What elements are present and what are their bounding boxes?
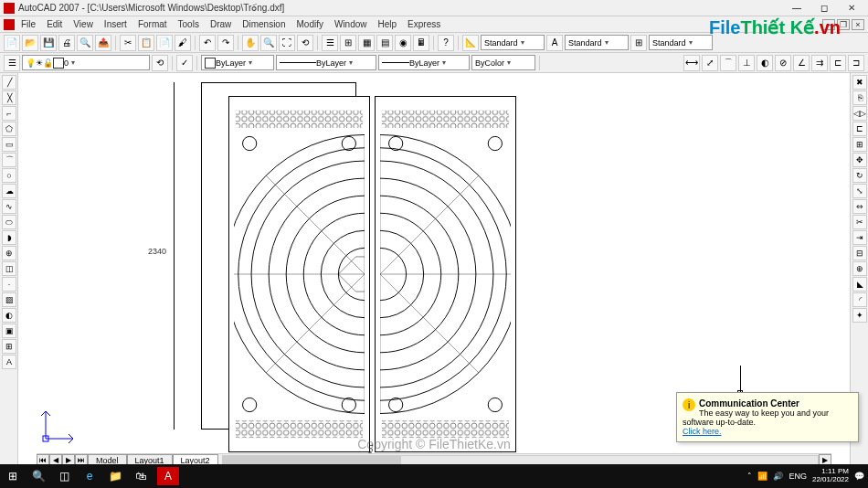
- menu-edit[interactable]: Edit: [42, 18, 67, 30]
- lineweight-combo[interactable]: ByLayer: [378, 55, 470, 70]
- open-button[interactable]: 📂: [22, 35, 38, 51]
- break-tool[interactable]: ⊟: [852, 246, 867, 260]
- menu-dimension[interactable]: Dimension: [238, 18, 290, 30]
- explorer-icon[interactable]: 📁: [106, 467, 124, 485]
- autocad-task-icon[interactable]: A: [157, 467, 179, 485]
- make-current-button[interactable]: ✓: [176, 55, 193, 71]
- plot-button[interactable]: 🖨: [58, 35, 75, 51]
- table-style-combo[interactable]: Standard: [649, 35, 713, 50]
- ellipse-arc-tool[interactable]: ◗: [2, 230, 16, 245]
- dim-style-icon[interactable]: 📐: [462, 35, 479, 51]
- menu-express[interactable]: Express: [403, 18, 445, 30]
- chamfer-tool[interactable]: ◣: [852, 277, 867, 292]
- menu-insert[interactable]: Insert: [100, 18, 132, 30]
- minimize-button[interactable]: —: [784, 2, 810, 15]
- tray-notifications-icon[interactable]: 💬: [854, 472, 864, 481]
- dim-ordinate-button[interactable]: ⊥: [738, 55, 755, 71]
- table-tool[interactable]: ⊞: [2, 339, 16, 354]
- properties-button[interactable]: ☰: [322, 35, 338, 51]
- mtext-tool[interactable]: A: [2, 355, 16, 369]
- text-style-icon[interactable]: A: [546, 35, 563, 51]
- help-button[interactable]: ?: [438, 35, 454, 51]
- polygon-tool[interactable]: ⬠: [2, 122, 16, 136]
- arc-tool[interactable]: ⌒: [2, 153, 16, 167]
- line-tool[interactable]: ╱: [2, 75, 16, 90]
- spline-tool[interactable]: ∿: [2, 199, 16, 214]
- circle-tool[interactable]: ○: [2, 168, 16, 183]
- pan-button[interactable]: ✋: [242, 35, 259, 51]
- zoom-window-button[interactable]: ⛶: [279, 35, 295, 51]
- rotate-tool[interactable]: ↻: [852, 168, 867, 183]
- polyline-tool[interactable]: ⌐: [2, 106, 16, 121]
- linetype-combo[interactable]: ByLayer: [276, 55, 376, 70]
- copy-button[interactable]: 📋: [138, 35, 154, 51]
- dim-quick-button[interactable]: ⇉: [811, 55, 828, 71]
- xline-tool[interactable]: ╳: [2, 90, 16, 105]
- hscroll-thumb[interactable]: [223, 456, 401, 465]
- block-tool[interactable]: ◫: [2, 261, 16, 276]
- menu-format[interactable]: Format: [133, 18, 172, 30]
- cut-button[interactable]: ✂: [120, 35, 136, 51]
- tray-lang[interactable]: ENG: [789, 472, 807, 481]
- region-tool[interactable]: ▣: [2, 324, 16, 338]
- ellipse-tool[interactable]: ⬭: [2, 215, 16, 229]
- menu-modify[interactable]: Modify: [292, 18, 328, 30]
- store-icon[interactable]: 🛍: [132, 467, 150, 485]
- menu-view[interactable]: View: [69, 18, 98, 30]
- sheetset-button[interactable]: ▤: [376, 35, 393, 51]
- tray-chevron-icon[interactable]: ˄: [747, 472, 752, 481]
- tray-sound-icon[interactable]: 🔊: [773, 472, 783, 481]
- menu-window[interactable]: Window: [330, 18, 372, 30]
- close-button[interactable]: ✕: [839, 2, 864, 15]
- erase-tool[interactable]: ✖: [852, 75, 867, 90]
- dim-style-combo[interactable]: Standard: [481, 35, 545, 50]
- quickcalc-button[interactable]: 🖩: [413, 35, 429, 51]
- mirror-tool[interactable]: ◁▷: [852, 106, 867, 121]
- trim-tool[interactable]: ✂: [852, 215, 867, 229]
- dim-linear-button[interactable]: ⟷: [683, 55, 700, 71]
- dim-continue-button[interactable]: ⊐: [848, 55, 864, 71]
- menu-draw[interactable]: Draw: [206, 18, 236, 30]
- revcloud-tool[interactable]: ☁: [2, 184, 16, 198]
- dim-diameter-button[interactable]: ⊘: [775, 55, 791, 71]
- maximize-button[interactable]: ◻: [811, 2, 837, 15]
- new-button[interactable]: 📄: [4, 35, 20, 51]
- array-tool[interactable]: ⊞: [852, 137, 867, 152]
- copy-tool[interactable]: ⎘: [852, 90, 867, 105]
- paste-button[interactable]: 📄: [156, 35, 173, 51]
- layer-props-button[interactable]: ☰: [4, 55, 20, 71]
- preview-button[interactable]: 🔍: [77, 35, 93, 51]
- dim-arc-button[interactable]: ⌒: [720, 55, 736, 71]
- color-combo[interactable]: ByLayer: [201, 55, 274, 70]
- plotstyle-combo[interactable]: ByColor: [471, 55, 535, 70]
- publish-button[interactable]: 📤: [95, 35, 111, 51]
- markup-button[interactable]: ◉: [395, 35, 411, 51]
- dim-angular-button[interactable]: ∠: [793, 55, 810, 71]
- taskview-icon[interactable]: ◫: [55, 467, 73, 485]
- offset-tool[interactable]: ⊏: [852, 122, 867, 136]
- text-style-combo[interactable]: Standard: [565, 35, 629, 50]
- match-button[interactable]: 🖌: [175, 35, 191, 51]
- point-tool[interactable]: ·: [2, 277, 16, 292]
- fillet-tool[interactable]: ◜: [852, 292, 867, 307]
- layer-prev-button[interactable]: ⟲: [152, 55, 168, 71]
- move-tool[interactable]: ✥: [852, 153, 867, 167]
- zoom-button[interactable]: 🔍: [260, 35, 277, 51]
- redo-button[interactable]: ↷: [217, 35, 234, 51]
- comm-link[interactable]: Click here.: [683, 427, 852, 436]
- extend-tool[interactable]: ⇥: [852, 230, 867, 245]
- tray-clock[interactable]: 1:11 PM 22/01/2022: [812, 468, 849, 484]
- menu-file[interactable]: File: [16, 18, 40, 30]
- zoom-prev-button[interactable]: ⟲: [297, 35, 313, 51]
- doc-minimize-button[interactable]: –: [822, 19, 835, 30]
- insert-tool[interactable]: ⊕: [2, 246, 16, 260]
- stretch-tool[interactable]: ⇔: [852, 199, 867, 214]
- dim-baseline-button[interactable]: ⊏: [830, 55, 846, 71]
- doc-restore-button[interactable]: ❐: [837, 19, 850, 30]
- menu-help[interactable]: Help: [374, 18, 402, 30]
- save-button[interactable]: 💾: [40, 35, 57, 51]
- edge-icon[interactable]: e: [80, 467, 99, 485]
- gradient-tool[interactable]: ◐: [2, 308, 16, 323]
- toolpalette-button[interactable]: ▦: [358, 35, 375, 51]
- search-icon[interactable]: 🔍: [29, 467, 48, 485]
